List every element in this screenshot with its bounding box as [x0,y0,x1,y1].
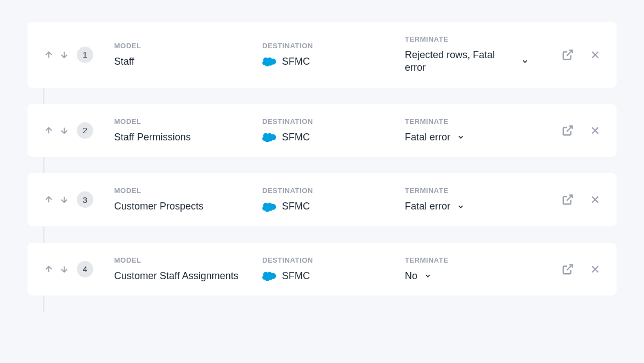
reorder-controls: 4 [43,261,114,277]
terminate-dropdown[interactable]: Fatal error [405,200,547,213]
model-value: Staff [114,55,262,68]
terminate-value: No [405,270,417,282]
destination-column: DESTINATION SFMC [262,256,405,282]
model-value: Staff Permissions [114,131,262,144]
terminate-column: TERMINATE Rejected rows, Fatal error [405,35,547,75]
terminate-column: TERMINATE Fatal error [405,117,547,144]
model-value: Customer Staff Assignments [114,270,262,282]
order-badge: 4 [77,261,93,277]
chevron-down-icon [424,272,432,280]
arrow-up-icon [44,50,54,60]
move-down-button[interactable] [58,263,70,275]
arrow-down-icon [59,195,69,205]
close-icon [589,194,601,206]
connector-line [43,296,44,312]
destination-column: DESTINATION SFMC [262,117,405,144]
remove-button[interactable] [589,49,601,61]
model-label: MODEL [114,186,262,195]
sync-step-row: 1 MODEL Staff DESTINATION SFMC TERMINATE… [27,22,617,88]
model-column: MODEL Customer Staff Assignments [114,256,262,282]
external-link-icon [562,49,574,61]
external-link-icon [562,194,574,206]
terminate-dropdown[interactable]: No [405,270,547,282]
sync-step-row: 3 MODEL Customer Prospects DESTINATION S… [27,173,617,226]
destination-column: DESTINATION SFMC [262,42,405,68]
move-up-button[interactable] [43,124,55,137]
salesforce-icon [262,202,276,212]
destination-column: DESTINATION SFMC [262,186,405,213]
open-external-button[interactable] [562,194,574,206]
open-external-button[interactable] [562,263,574,275]
arrow-up-icon [44,195,54,205]
arrow-down-icon [59,126,69,135]
remove-button[interactable] [589,194,601,206]
close-icon [589,49,601,61]
destination-value: SFMC [282,200,310,213]
open-external-button[interactable] [562,49,574,61]
terminate-label: TERMINATE [405,117,547,126]
connector-line [43,157,44,173]
close-icon [589,263,601,275]
move-up-button[interactable] [43,49,55,61]
move-down-button[interactable] [58,194,70,206]
terminate-value: Fatal error [405,131,450,144]
order-badge: 3 [77,191,93,208]
destination-value: SFMC [282,55,310,68]
move-down-button[interactable] [58,49,70,61]
terminate-column: TERMINATE No [405,256,547,282]
reorder-controls: 1 [43,47,114,63]
terminate-label: TERMINATE [405,35,547,43]
salesforce-icon [262,132,276,142]
chevron-down-icon [521,58,529,65]
terminate-label: TERMINATE [405,186,547,195]
terminate-dropdown[interactable]: Fatal error [405,131,547,144]
model-value: Customer Prospects [114,200,262,213]
open-external-button[interactable] [562,124,574,137]
move-up-button[interactable] [43,194,55,206]
external-link-icon [562,263,574,275]
move-down-button[interactable] [58,124,70,137]
destination-label: DESTINATION [262,256,405,264]
terminate-label: TERMINATE [405,256,547,264]
destination-value: SFMC [282,270,310,282]
terminate-dropdown[interactable]: Rejected rows, Fatal error [405,49,547,75]
reorder-controls: 3 [43,191,114,208]
sync-step-row: 2 MODEL Staff Permissions DESTINATION SF… [27,104,617,157]
salesforce-icon [262,56,276,66]
destination-label: DESTINATION [262,42,405,50]
model-column: MODEL Staff [114,42,262,68]
order-badge: 2 [77,122,93,139]
model-column: MODEL Staff Permissions [114,117,262,144]
terminate-value: Rejected rows, Fatal error [405,49,515,75]
chevron-down-icon [457,203,465,211]
sync-step-row: 4 MODEL Customer Staff Assignments DESTI… [27,243,617,296]
salesforce-icon [262,271,276,281]
terminate-column: TERMINATE Fatal error [405,186,547,213]
arrow-up-icon [44,264,54,274]
sync-steps-list: 1 MODEL Staff DESTINATION SFMC TERMINATE… [27,22,617,312]
destination-label: DESTINATION [262,117,405,126]
model-column: MODEL Customer Prospects [114,186,262,213]
remove-button[interactable] [589,124,601,137]
terminate-value: Fatal error [405,200,450,213]
destination-label: DESTINATION [262,186,405,195]
reorder-controls: 2 [43,122,114,139]
model-label: MODEL [114,42,262,50]
model-label: MODEL [114,256,262,264]
connector-line [43,88,44,104]
arrow-down-icon [59,264,69,274]
external-link-icon [562,124,574,137]
order-badge: 1 [77,47,93,63]
arrow-down-icon [59,50,69,60]
remove-button[interactable] [589,263,601,275]
destination-value: SFMC [282,131,310,144]
model-label: MODEL [114,117,262,126]
close-icon [589,124,601,137]
chevron-down-icon [457,133,465,141]
move-up-button[interactable] [43,263,55,275]
arrow-up-icon [44,126,54,135]
connector-line [43,226,44,243]
